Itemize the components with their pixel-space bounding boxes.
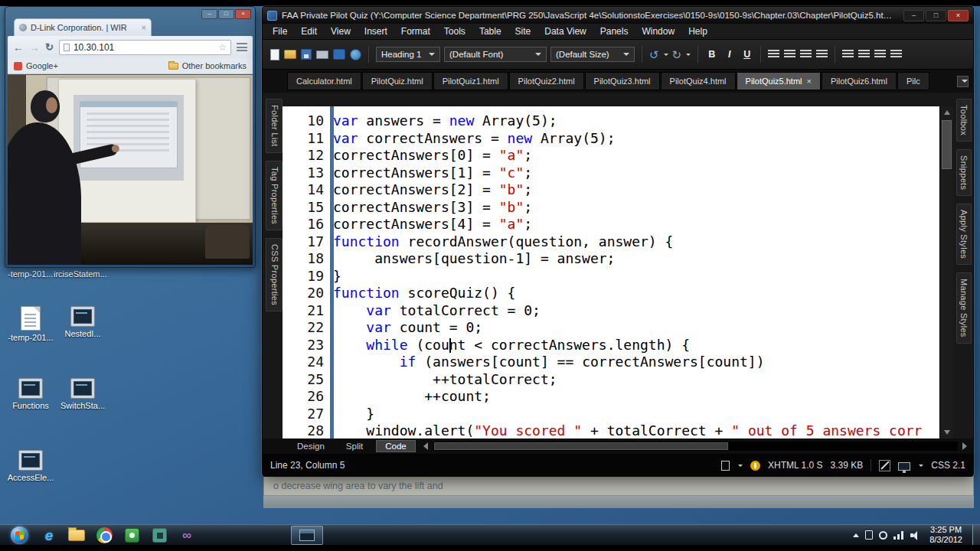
code-line[interactable]: 26 ++count; [283, 388, 939, 406]
code-line[interactable]: 18 answers[question-1] = answer; [283, 250, 939, 268]
panel-tab-css-properties[interactable]: CSS Properties [266, 238, 283, 311]
save-icon[interactable] [301, 49, 312, 60]
panel-tab-snippets[interactable]: Snippets [956, 149, 972, 196]
menu-file[interactable]: File [266, 24, 294, 39]
b-button[interactable]: B [705, 48, 718, 61]
green-app-icon[interactable] [118, 525, 145, 546]
desktop-icon-functions[interactable]: Functions [6, 378, 55, 410]
menu-window[interactable]: Window [635, 24, 681, 39]
view-tab-split[interactable]: Split [338, 441, 371, 452]
show-hidden-icon[interactable] [853, 533, 859, 537]
bookmark-star-icon[interactable]: ☆ [218, 42, 227, 53]
code-editor[interactable]: 10var answers = new Array(5);11var corre… [283, 106, 939, 439]
code-line[interactable]: 25 ++totalCorrect; [283, 371, 939, 389]
chevron-down-icon[interactable] [686, 54, 691, 56]
vertical-scrollbar[interactable] [939, 106, 953, 439]
print-icon[interactable] [316, 51, 328, 59]
code-line[interactable]: 12correctAnswers[0] = "a"; [283, 147, 939, 165]
undo-icon[interactable]: ↺ [649, 49, 659, 60]
expression-web-taskbar-button[interactable] [291, 526, 323, 545]
code-line[interactable]: 22 var count = 0; [283, 319, 939, 337]
font-dropdown[interactable]: (Default Font) [444, 47, 547, 62]
menu-insert[interactable]: Insert [358, 24, 394, 39]
superpreview-icon[interactable] [333, 49, 345, 60]
visual-studio-icon[interactable]: ∞ [173, 525, 201, 546]
menu-site[interactable]: Site [508, 24, 538, 39]
align-left-icon[interactable] [768, 50, 779, 59]
browser-tab[interactable]: D-Link Corporation. | WIR × [14, 18, 152, 36]
code-line[interactable]: 14correctAnswers[2] = "b"; [283, 181, 939, 199]
panel-tab-tag-properties[interactable]: Tag Properties [266, 161, 283, 230]
code-line[interactable]: 21 var totalCorrect = 0; [283, 302, 939, 320]
panel-tab-toolbox[interactable]: Toolbox [956, 99, 972, 142]
close-button[interactable]: × [235, 9, 251, 19]
scroll-down-icon[interactable] [944, 430, 950, 435]
code-line[interactable]: 19} [283, 268, 939, 285]
maximize-button[interactable]: □ [926, 10, 946, 21]
close-button[interactable]: × [948, 10, 969, 21]
code-line[interactable]: 28 window.alert("You scored " + totalCor… [283, 422, 939, 439]
view-tab-design[interactable]: Design [289, 441, 333, 452]
horizontal-scrollbar[interactable] [433, 442, 958, 451]
monitor-size-icon[interactable] [898, 462, 910, 471]
menu-view[interactable]: View [324, 24, 358, 39]
doc-tab-pilotquiz2-html[interactable]: PilotQuiz2.html [509, 72, 584, 90]
outdent-icon[interactable] [874, 50, 886, 59]
address-bar[interactable]: 10.30.101 ☆ [59, 40, 231, 55]
action-center-icon[interactable] [865, 530, 873, 540]
menu-panels[interactable]: Panels [593, 24, 635, 39]
menu-tools[interactable]: Tools [437, 24, 472, 39]
align-center-icon[interactable] [784, 50, 795, 59]
menu-data-view[interactable]: Data View [537, 24, 593, 39]
code-line[interactable]: 27 } [283, 406, 939, 423]
start-button[interactable] [3, 525, 35, 546]
bullet-list-icon[interactable] [858, 50, 870, 59]
view-tab-code[interactable]: Code [376, 440, 416, 452]
menu-format[interactable]: Format [394, 24, 437, 39]
align-justify-icon[interactable] [816, 50, 828, 59]
forward-icon[interactable]: → [29, 42, 40, 53]
redo-icon[interactable]: ↻ [672, 49, 682, 60]
panel-tab-folder-list[interactable]: Folder List [266, 99, 283, 153]
doc-tab-pilc[interactable]: Pilc [897, 72, 929, 90]
background-window-strip[interactable]: o decrease wing area to vary the lift an… [263, 476, 974, 496]
chevron-down-icon[interactable] [664, 54, 668, 56]
volume-icon[interactable] [910, 530, 920, 540]
code-line[interactable]: 10var answers = new Array(5); [283, 112, 939, 130]
desktop-icon-nestedi[interactable]: NestedI... [58, 306, 107, 338]
background-window-strip-lower[interactable] [263, 496, 974, 508]
menu-help[interactable]: Help [681, 24, 714, 39]
code-line[interactable]: 24 if (answers[count] == correctAnswers[… [283, 354, 939, 371]
doc-tab-pilotquiz6-html[interactable]: PilotQuiz6.html [822, 72, 897, 90]
doc-tab-pilotquiz-html[interactable]: PilotQuiz.html [362, 72, 433, 90]
doc-tab-pilotquiz3-html[interactable]: PilotQuiz3.html [585, 72, 660, 90]
open-folder-icon[interactable] [284, 50, 296, 59]
network-icon[interactable] [893, 531, 904, 540]
minimize-button[interactable]: – [201, 9, 217, 19]
code-line[interactable]: 20function scoreQuiz() { [283, 285, 939, 302]
menu-table[interactable]: Table [472, 24, 508, 39]
menu-edit[interactable]: Edit [294, 24, 324, 39]
scrollbar-thumb[interactable] [434, 442, 728, 450]
scroll-right-icon[interactable] [962, 442, 967, 450]
other-bookmarks[interactable]: Other bookmarks [168, 61, 247, 70]
minimize-button[interactable]: – [903, 10, 924, 21]
u-button[interactable]: U [740, 48, 753, 61]
code-line[interactable]: 16correctAnswers[4] = "a"; [283, 216, 939, 233]
i-button[interactable]: I [723, 48, 736, 61]
chrome-icon[interactable] [90, 525, 118, 546]
size-dropdown[interactable]: (Default Size) [550, 47, 635, 62]
publish-globe-icon[interactable] [350, 49, 361, 60]
style-dropdown[interactable]: Heading 1 [376, 47, 440, 62]
page-preview-icon[interactable] [721, 461, 730, 471]
code-line[interactable]: 13correctAnswers[1] = "c"; [283, 165, 939, 182]
browser-menu-icon[interactable] [237, 43, 247, 51]
code-line[interactable]: 11var correctAnswers = new Array(5); [283, 130, 939, 148]
close-tab-icon[interactable]: × [807, 77, 812, 86]
scroll-up-icon[interactable] [944, 110, 950, 115]
desktop-icon-switchsta[interactable]: SwitchSta... [58, 378, 107, 410]
compatibility-warning-icon[interactable] [750, 461, 760, 471]
new-document-icon[interactable] [270, 49, 279, 60]
bookmark-google-plus[interactable]: Google+ [26, 61, 58, 70]
maximize-button[interactable]: □ [218, 9, 234, 19]
